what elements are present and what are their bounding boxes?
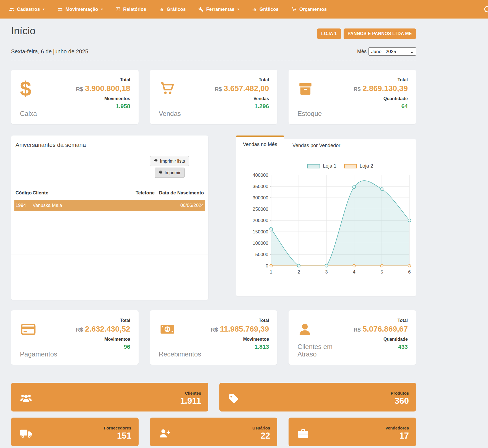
- stat-card-label: Vendas: [159, 110, 181, 118]
- wrench-icon: [198, 7, 204, 12]
- column-header-nascimento: Data de Nascimento: [156, 188, 205, 198]
- svg-text:100000: 100000: [253, 241, 268, 246]
- svg-text:250000: 250000: [253, 207, 268, 212]
- cell-codigo: 1994: [14, 200, 32, 211]
- printer-icon: [159, 170, 163, 175]
- stat-card-clientes-atraso: Clientes em Atraso Total R$5.076.869,67 …: [289, 310, 416, 365]
- store-button[interactable]: LOJA 1: [317, 28, 341, 39]
- nav-item-label: Orçamentos: [299, 7, 327, 12]
- tab-vendas-por-vendedor[interactable]: Vendas por Vendedor: [284, 139, 349, 152]
- nav-item-orcamentos[interactable]: Orçamentos: [291, 7, 327, 12]
- stat-card-label: Clientes em Atraso: [297, 343, 339, 358]
- banner-value: 151: [104, 431, 131, 440]
- cart-icon: [291, 7, 297, 12]
- birthdays-table: Código Cliente Telefone Data de Nascimen…: [11, 188, 208, 211]
- banner-label: Fornecedores: [104, 426, 131, 430]
- banner-label: Usuários: [252, 426, 270, 430]
- nav-item-cadastros[interactable]: Cadastros ▾: [9, 7, 45, 12]
- total-amount: R$3.900.800,18: [76, 84, 130, 93]
- total-amount: R$2.869.130,39: [354, 84, 408, 93]
- banner-value: 360: [391, 397, 409, 405]
- chart-tabs: Vendas no Mês Vendas por Vendedor: [236, 136, 416, 152]
- svg-text:400000: 400000: [253, 173, 268, 178]
- total-amount: R$11.985.769,39: [211, 325, 269, 334]
- users-icon: [9, 7, 14, 12]
- print-list-button[interactable]: Imprimir lista: [150, 156, 189, 166]
- count-label: Vendas: [253, 96, 269, 101]
- total-label: Total: [259, 77, 269, 82]
- svg-text:5: 5: [380, 269, 383, 275]
- chevron-down-icon: ▾: [101, 7, 103, 11]
- banner-produtos[interactable]: Produtos 360: [219, 383, 416, 411]
- svg-text:6: 6: [408, 269, 411, 275]
- tab-vendas-no-mes[interactable]: Vendas no Mês: [236, 136, 284, 152]
- user-plus-icon: [158, 427, 171, 441]
- refresh-icon[interactable]: [483, 5, 488, 14]
- page-content: Início LOJA 1 PANNOS E PANNOS LTDA ME Se…: [11, 19, 416, 446]
- divider: [11, 254, 208, 254]
- chart-legend: Loja 1 Loja 2: [271, 163, 409, 169]
- tab-strip-filler: [349, 139, 416, 152]
- banner-value: 17: [385, 431, 409, 440]
- nav-item-graficos-1[interactable]: Gráficos: [159, 7, 186, 12]
- month-label: Mês: [357, 49, 367, 54]
- svg-text:0: 0: [266, 263, 268, 269]
- total-label: Total: [398, 77, 408, 82]
- count-label: Quantidade: [383, 337, 408, 342]
- company-button[interactable]: PANNOS E PANNOS LTDA ME: [344, 28, 416, 39]
- cell-nascimento: 06/06/2024: [156, 200, 205, 211]
- total-label: Total: [259, 318, 269, 323]
- nav-item-label: Gráficos: [167, 7, 186, 12]
- count-value: 64: [401, 103, 408, 110]
- svg-text:350000: 350000: [253, 184, 268, 189]
- stat-card-label: Recebimentos: [159, 350, 200, 358]
- date-row: Sexta-feira, 6 de junho de 2025. Mês Jun…: [11, 47, 416, 60]
- stat-card-label: Estoque: [297, 110, 322, 118]
- banner-fornecedores[interactable]: Fornecedores 151: [11, 418, 139, 446]
- svg-text:1: 1: [166, 327, 168, 332]
- legend-label: Loja 2: [360, 163, 373, 169]
- nav-item-relatorios[interactable]: Relatórios: [115, 7, 146, 12]
- page-title: Início: [11, 25, 35, 37]
- dollar-icon: $: [20, 77, 37, 100]
- nav-item-graficos-2[interactable]: Gráficos: [252, 7, 279, 12]
- stat-card-pagamentos: Pagamentos Total R$2.632.430,52 Moviment…: [11, 310, 139, 365]
- current-date: Sexta-feira, 6 de junho de 2025.: [11, 48, 90, 55]
- table-header-row: Código Cliente Telefone Data de Nascimen…: [14, 188, 205, 198]
- svg-text:4: 4: [353, 269, 355, 275]
- svg-text:2: 2: [297, 269, 300, 275]
- table-row[interactable]: 1994 Vanuska Maia 06/06/2024: [14, 200, 205, 211]
- count-value: 1.813: [255, 343, 269, 350]
- count-value: 96: [124, 343, 130, 350]
- nav-item-movimentacao[interactable]: Movimentação ▾: [57, 7, 103, 12]
- nav-item-label: Cadastros: [17, 7, 40, 12]
- truck-icon: [19, 428, 33, 440]
- chart-body: Loja 1 Loja 2 05000010000015000020000025…: [236, 152, 416, 296]
- banner-value: 1.911: [180, 397, 201, 405]
- month-select[interactable]: June - 2025: [368, 47, 416, 56]
- total-label: Total: [120, 318, 130, 323]
- banner-clientes[interactable]: Clientes 1.911: [11, 383, 208, 411]
- credit-card-icon: [20, 318, 57, 341]
- svg-text:300000: 300000: [253, 195, 268, 200]
- top-navbar: Cadastros ▾ Movimentação ▾ Relatórios Gr…: [0, 0, 488, 19]
- banner-vendedores[interactable]: Vendedores 17: [289, 418, 416, 446]
- stat-card-caixa: $ Caixa Total R$3.900.800,18 Movimentos …: [11, 70, 139, 124]
- banner-usuarios[interactable]: Usuários 22: [150, 418, 277, 446]
- nav-item-ferramentas[interactable]: Ferramentas ▾: [198, 7, 239, 12]
- svg-text:3: 3: [325, 269, 328, 275]
- legend-item-loja2: Loja 2: [344, 163, 373, 169]
- banner-value: 22: [252, 431, 270, 440]
- stat-card-estoque: Estoque Total R$2.869.130,39 Quantidade …: [289, 70, 416, 124]
- birthdays-panel: Aniversariantes da semana Imprimir lista…: [11, 136, 208, 300]
- stat-card-label: Caixa: [20, 110, 37, 118]
- exchange-icon: [57, 7, 63, 12]
- total-label: Total: [398, 318, 408, 323]
- banner-label: Vendedores: [385, 426, 409, 430]
- print-button[interactable]: Imprimir: [155, 168, 185, 178]
- chevron-down-icon: ▾: [237, 7, 239, 11]
- column-header-telefone: Telefone: [131, 188, 156, 198]
- chevron-down-icon: ▾: [43, 7, 45, 11]
- legend-swatch-loja2: [344, 164, 357, 168]
- sales-chart-panel: Vendas no Mês Vendas por Vendedor Loja 1…: [236, 136, 416, 296]
